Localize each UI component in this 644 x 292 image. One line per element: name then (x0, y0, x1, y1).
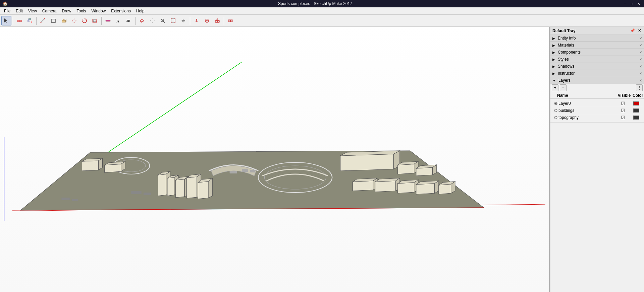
pan-button[interactable] (147, 16, 157, 25)
svg-marker-72 (340, 154, 394, 171)
svg-marker-31 (181, 19, 185, 22)
svg-marker-81 (353, 181, 373, 191)
buildings-color[interactable] (631, 108, 641, 113)
instructor-header[interactable]: ▶ Instructor ✕ (550, 70, 644, 77)
menu-window[interactable]: Window (89, 8, 109, 14)
toolbar-sep-6 (224, 17, 224, 25)
menu-draw[interactable]: Draw (59, 8, 74, 14)
buildings-color-swatch[interactable] (633, 108, 639, 113)
menu-edit[interactable]: Edit (13, 8, 25, 14)
layer0-color-swatch[interactable] (633, 101, 639, 105)
menu-tools[interactable]: Tools (74, 8, 89, 14)
svg-point-6 (44, 18, 45, 19)
layers-header[interactable]: ▼ Layers ✕ (550, 77, 644, 84)
right-panel: Default Tray 📌 ✕ ▶ Entity Info ✕ ▶ Mater… (550, 27, 644, 292)
line-tool-button[interactable] (38, 16, 48, 25)
svg-rect-101 (61, 198, 69, 200)
svg-marker-49 (82, 161, 98, 171)
position-camera-button[interactable] (212, 16, 222, 25)
svg-point-40 (217, 21, 218, 22)
entity-info-header[interactable]: ▶ Entity Info ✕ (550, 35, 644, 42)
svg-marker-9 (62, 19, 65, 20)
paint-bucket-button[interactable] (25, 16, 35, 25)
buildings-visible-checkbox[interactable]: ☑ (621, 108, 625, 113)
menu-help[interactable]: Help (133, 8, 147, 14)
eraser-tool-button[interactable] (14, 16, 24, 25)
menu-camera[interactable]: Camera (40, 8, 59, 14)
minimize-button[interactable]: ─ (623, 1, 628, 6)
zoom-button[interactable] (158, 16, 168, 25)
select-tool-button[interactable] (1, 16, 11, 25)
zoom-extents-button[interactable] (168, 16, 178, 25)
move-tool-button[interactable] (69, 16, 79, 25)
layer-row-buildings[interactable]: buildings ☑ (552, 107, 643, 114)
buildings-radio (554, 109, 557, 112)
components-arrow: ▶ (552, 51, 555, 54)
section-plane-button[interactable] (225, 16, 235, 25)
svg-marker-64 (186, 177, 197, 198)
svg-rect-7 (51, 19, 55, 22)
tray-pin-button[interactable]: 📌 (629, 28, 636, 33)
styles-section: ▶ Styles ✕ (550, 56, 644, 63)
svg-rect-99 (131, 191, 142, 194)
topography-visible-checkbox[interactable]: ☑ (621, 115, 625, 120)
shadows-close[interactable]: ✕ (639, 65, 642, 68)
layers-close[interactable]: ✕ (639, 79, 642, 82)
previous-view-button[interactable] (178, 16, 189, 25)
svg-marker-55 (158, 174, 166, 196)
menu-view[interactable]: View (25, 8, 40, 14)
layer0-color[interactable] (631, 101, 641, 105)
buildings-visible[interactable]: ☑ (614, 108, 631, 113)
layer-row-layer0[interactable]: Layer0 ☑ (552, 100, 643, 107)
buildings-name: buildings (558, 108, 614, 113)
layer-row-topography[interactable]: topography ☑ (552, 114, 643, 121)
materials-label: Materials (558, 43, 574, 48)
svg-rect-8 (62, 20, 65, 22)
svg-rect-96 (242, 169, 248, 172)
tape-measure-button[interactable] (103, 16, 113, 25)
entity-info-close[interactable]: ✕ (639, 36, 642, 40)
tray-header: Default Tray 📌 ✕ (550, 27, 644, 35)
walk-button[interactable] (192, 16, 202, 25)
components-header[interactable]: ▶ Components ✕ (550, 49, 644, 56)
styles-close[interactable]: ✕ (639, 58, 642, 61)
menu-extensions[interactable]: Extensions (108, 8, 133, 14)
topography-color[interactable] (631, 116, 641, 120)
scale-tool-button[interactable] (90, 16, 100, 25)
styles-header[interactable]: ▶ Styles ✕ (550, 56, 644, 63)
layer0-visible-checkbox[interactable]: ☑ (621, 101, 625, 106)
layers-toolbar: + − ⋮ (550, 84, 644, 92)
components-close[interactable]: ✕ (639, 51, 642, 54)
close-button[interactable]: ✕ (636, 1, 641, 6)
svg-marker-84 (375, 181, 395, 192)
instructor-close[interactable]: ✕ (639, 72, 642, 75)
rotate-tool-button[interactable] (79, 16, 90, 25)
layers-label: Layers (558, 78, 571, 83)
tray-close-button[interactable]: ✕ (637, 28, 642, 33)
remove-layer-button[interactable]: − (560, 84, 567, 91)
orbit-button[interactable] (137, 16, 147, 25)
svg-marker-58 (167, 177, 174, 196)
viewport[interactable] (0, 27, 550, 292)
menu-file[interactable]: File (1, 8, 13, 14)
maximize-button[interactable]: □ (629, 1, 635, 6)
svg-marker-10 (65, 19, 66, 22)
3d-text-button[interactable]: 3D (124, 16, 134, 25)
layers-section: ▼ Layers ✕ + − ⋮ Name Visible Color (550, 77, 644, 123)
svg-marker-87 (398, 182, 414, 193)
topography-visible[interactable]: ☑ (614, 115, 631, 120)
materials-close[interactable]: ✕ (639, 44, 642, 47)
layers-details-button[interactable]: ⋮ (636, 84, 643, 91)
instructor-arrow: ▶ (552, 72, 555, 75)
titlebar-icon: 🏠 (3, 1, 8, 6)
rectangle-tool-button[interactable] (48, 16, 58, 25)
materials-header[interactable]: ▶ Materials ✕ (550, 42, 644, 49)
topography-name: topography (558, 115, 614, 120)
layer0-visible[interactable]: ☑ (614, 101, 631, 106)
pushpull-tool-button[interactable] (59, 16, 69, 25)
shadows-header[interactable]: ▶ Shadows ✕ (550, 63, 644, 70)
text-tool-button[interactable]: A (113, 16, 123, 25)
topography-color-swatch[interactable] (633, 116, 639, 120)
add-layer-button[interactable]: + (552, 84, 558, 91)
look-around-button[interactable] (202, 16, 212, 25)
